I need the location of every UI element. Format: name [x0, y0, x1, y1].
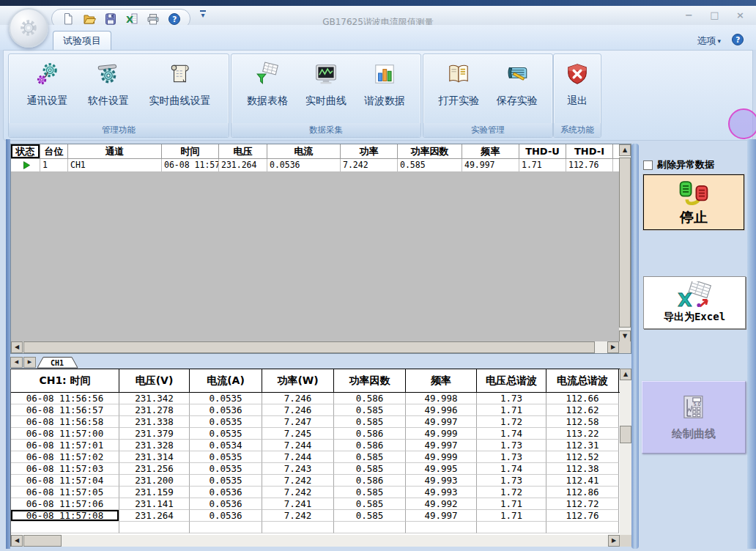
live-cell[interactable]: 112.76	[566, 159, 613, 172]
history-cell[interactable]: 06-08 11:57:02	[11, 451, 119, 463]
history-cell[interactable]: 0.0535	[190, 428, 262, 440]
history-cell[interactable]: 49.996	[406, 404, 477, 416]
history-col-header[interactable]: 电流总谐波	[546, 369, 619, 392]
history-cell[interactable]: 112.86	[546, 487, 619, 498]
history-cell[interactable]: 7.244	[262, 451, 334, 463]
live-cell[interactable]: 06-08 11:57:08	[162, 159, 219, 172]
history-cell[interactable]: 112.58	[546, 416, 619, 428]
exclude-abnormal-checkbox-row[interactable]: 剔除异常数据	[643, 158, 714, 171]
history-cell[interactable]: 0.585	[334, 451, 406, 463]
live-cell[interactable]: 0.585	[398, 159, 462, 172]
history-cell[interactable]: 0.0536	[190, 404, 262, 416]
table-row[interactable]: 06-08 11:56:57231.2780.05367.2460.58549.…	[11, 404, 620, 416]
history-cell[interactable]: 0.585	[334, 416, 406, 428]
checkbox[interactable]	[643, 160, 653, 170]
history-cell[interactable]: 0.0534	[190, 440, 262, 451]
save-experiment-button[interactable]: 保存实验	[493, 56, 541, 123]
scroll-left-arrow[interactable]: ◀	[11, 535, 23, 547]
history-cell[interactable]: 231.141	[119, 498, 190, 510]
history-cell[interactable]: 7.243	[262, 463, 334, 475]
new-file-icon[interactable]	[61, 12, 75, 26]
history-cell[interactable]: 231.256	[119, 463, 190, 475]
table-row[interactable]: 06-08 11:57:06231.1410.05367.2410.58549.…	[11, 498, 620, 510]
plot-curve-button[interactable]: 5.0 绘制曲线	[642, 381, 746, 454]
history-cell[interactable]: 49.999	[406, 451, 477, 463]
live-col-header[interactable]: THD-U	[519, 144, 566, 159]
scroll-thumb[interactable]	[620, 426, 631, 443]
history-cell[interactable]: 06-08 11:56:58	[11, 416, 119, 428]
live-cell[interactable]: 1.71	[519, 159, 566, 172]
history-cell[interactable]: 1.74	[477, 428, 546, 440]
history-cell[interactable]: 0.0536	[190, 498, 262, 510]
live-table-row[interactable]: 1CH106-08 11:57:08231.2640.05367.2420.58…	[11, 159, 619, 172]
history-cell[interactable]: 231.379	[119, 428, 190, 440]
history-cell[interactable]: 0.585	[334, 510, 406, 522]
table-row[interactable]: 06-08 11:57:02231.3140.05357.2440.58549.…	[11, 451, 620, 463]
app-menu-button[interactable]	[9, 8, 48, 48]
history-col-header[interactable]: CH1: 时间	[11, 369, 119, 392]
history-cell[interactable]: 1.73	[477, 475, 546, 487]
history-cell[interactable]: 0.0536	[190, 510, 262, 522]
live-col-header[interactable]: 时间	[162, 144, 219, 159]
live-col-header[interactable]: 频率	[462, 144, 519, 159]
maximize-button[interactable]: □	[705, 8, 724, 21]
comm-settings-button[interactable]: 通讯设置	[23, 56, 72, 123]
history-col-header[interactable]: 电压(V)	[119, 369, 190, 392]
history-col-header[interactable]: 功率因数	[334, 369, 406, 392]
live-cell[interactable]: 49.997	[462, 159, 519, 172]
sheet-tab-ch1[interactable]: CH1	[37, 357, 79, 369]
history-cell[interactable]: 0.0535	[190, 393, 262, 404]
history-cell[interactable]: 231.328	[119, 440, 190, 451]
history-cell[interactable]: 06-08 11:56:57	[11, 404, 119, 416]
history-cell[interactable]: 1.74	[477, 463, 546, 475]
live-cell[interactable]: CH1	[68, 159, 162, 172]
vertical-splitter[interactable]	[631, 144, 639, 549]
scroll-down-arrow[interactable]: ▼	[619, 330, 631, 342]
open-folder-icon[interactable]	[82, 12, 96, 26]
history-cell[interactable]: 112.41	[546, 475, 619, 487]
history-col-header[interactable]: 电压总谐波	[477, 369, 546, 392]
history-cell[interactable]: 06-08 11:57:03	[11, 463, 119, 475]
history-cell[interactable]: 7.246	[262, 393, 334, 404]
scroll-right-arrow[interactable]: ▶	[607, 341, 619, 353]
history-cell[interactable]: 0.0535	[190, 416, 262, 428]
history-cell[interactable]: 49.997	[406, 440, 477, 451]
live-col-header[interactable]: 功率因数	[398, 144, 462, 159]
history-cell[interactable]: 1.72	[477, 487, 546, 498]
scroll-thumb[interactable]	[23, 535, 62, 547]
history-cell[interactable]: 7.241	[262, 498, 334, 510]
options-menu[interactable]: 选项 ▾	[697, 34, 721, 48]
history-cell[interactable]: 0.0536	[190, 487, 262, 498]
sheet-nav-left-button[interactable]: ◀	[10, 357, 23, 368]
realtime-curve-settings-button[interactable]: 实时曲线设置	[146, 56, 215, 123]
history-cell[interactable]: 1.71	[477, 404, 546, 416]
history-col-header[interactable]: 功率(W)	[262, 369, 334, 392]
history-table-vscrollbar[interactable]: ▲▼	[620, 369, 631, 547]
history-cell[interactable]: 49.997	[406, 416, 477, 428]
history-cell[interactable]: 1.73	[477, 451, 546, 463]
history-col-header[interactable]: 电流(A)	[190, 369, 262, 392]
scroll-thumb[interactable]	[23, 341, 595, 353]
live-col-header[interactable]: THD-I	[566, 144, 613, 159]
history-cell[interactable]: 7.247	[262, 416, 334, 428]
history-cell[interactable]: 06-08 11:56:56	[11, 393, 119, 404]
table-row[interactable]: 06-08 11:56:58231.3380.05357.2470.58549.…	[11, 416, 620, 428]
history-cell[interactable]: 0.586	[334, 393, 406, 404]
live-cell[interactable]: 7.242	[341, 159, 398, 172]
history-cell[interactable]: 49.999	[406, 428, 477, 440]
print-icon[interactable]	[146, 12, 160, 26]
open-experiment-button[interactable]: 打开实验	[434, 56, 483, 123]
history-cell[interactable]: 231.200	[119, 475, 190, 487]
history-cell[interactable]: 7.242	[262, 487, 334, 498]
live-table-hscrollbar[interactable]: ◀▶	[11, 341, 619, 353]
scroll-up-arrow[interactable]: ▲	[620, 369, 631, 380]
history-cell[interactable]: 06-08 11:57:05	[11, 487, 119, 498]
help-button[interactable]: ?	[731, 33, 744, 46]
history-cell[interactable]: 231.314	[119, 451, 190, 463]
history-cell[interactable]: 49.993	[406, 475, 477, 487]
history-cell[interactable]: 06-08 11:57:06	[11, 498, 119, 510]
table-row[interactable]: 06-08 11:57:01231.3280.05347.2440.58649.…	[11, 440, 620, 451]
history-cell[interactable]: 112.38	[546, 463, 619, 475]
history-cell[interactable]: 112.76	[546, 510, 619, 522]
table-row[interactable]: 06-08 11:56:56231.3420.05357.2460.58649.…	[11, 393, 620, 404]
